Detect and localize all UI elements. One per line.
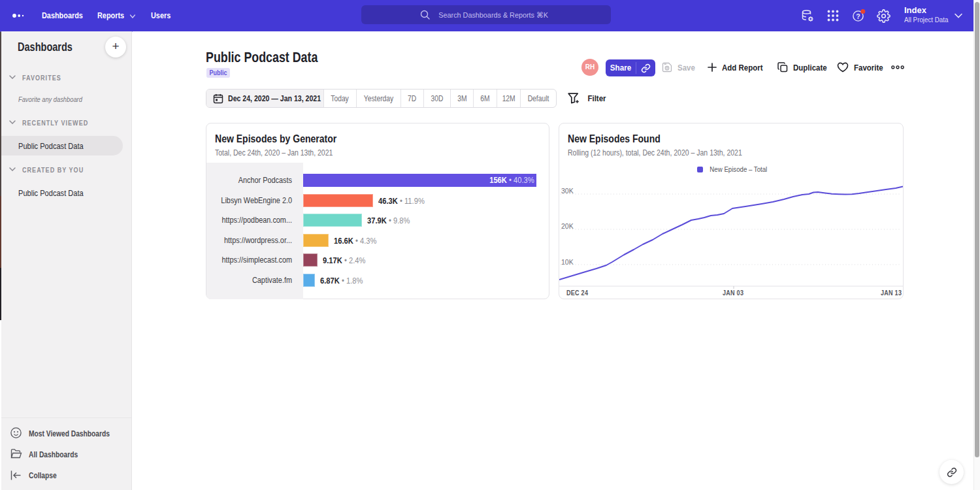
- svg-text:?: ?: [856, 12, 860, 20]
